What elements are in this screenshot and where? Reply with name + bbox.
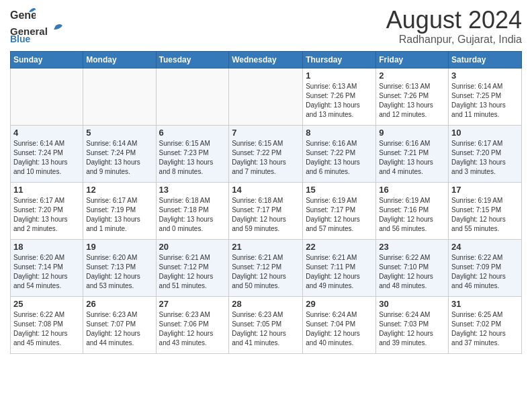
day-cell-3-2: 20Sunrise: 6:21 AM Sunset: 7:12 PM Dayli… <box>156 239 229 296</box>
day-info: Sunrise: 6:23 AM Sunset: 7:07 PM Dayligh… <box>86 310 152 348</box>
day-cell-1-3: 7Sunrise: 6:15 AM Sunset: 7:22 PM Daylig… <box>229 125 303 182</box>
day-info: Sunrise: 6:19 AM Sunset: 7:16 PM Dayligh… <box>379 196 445 234</box>
day-cell-4-4: 29Sunrise: 6:24 AM Sunset: 7:04 PM Dayli… <box>303 296 376 353</box>
day-cell-1-6: 10Sunrise: 6:17 AM Sunset: 7:20 PM Dayli… <box>449 125 522 182</box>
week-row-4: 18Sunrise: 6:20 AM Sunset: 7:14 PM Dayli… <box>11 239 522 296</box>
day-cell-1-0: 4Sunrise: 6:14 AM Sunset: 7:24 PM Daylig… <box>11 125 83 182</box>
day-info: Sunrise: 6:22 AM Sunset: 7:08 PM Dayligh… <box>13 310 80 348</box>
day-number: 22 <box>306 242 373 252</box>
day-cell-2-5: 16Sunrise: 6:19 AM Sunset: 7:16 PM Dayli… <box>376 182 449 239</box>
day-cell-0-4: 1Sunrise: 6:13 AM Sunset: 7:26 PM Daylig… <box>303 68 376 125</box>
day-cell-1-5: 9Sunrise: 6:16 AM Sunset: 7:21 PM Daylig… <box>376 125 449 182</box>
day-number: 10 <box>451 128 519 138</box>
day-cell-0-6: 3Sunrise: 6:14 AM Sunset: 7:25 PM Daylig… <box>449 68 522 125</box>
day-number: 19 <box>86 242 152 252</box>
header: General General Blue August 2024 Radhanp… <box>10 7 522 46</box>
day-info: Sunrise: 6:14 AM Sunset: 7:25 PM Dayligh… <box>451 82 519 120</box>
day-cell-3-4: 22Sunrise: 6:21 AM Sunset: 7:11 PM Dayli… <box>303 239 376 296</box>
day-cell-0-2 <box>156 68 229 125</box>
day-cell-1-2: 6Sunrise: 6:15 AM Sunset: 7:23 PM Daylig… <box>156 125 229 182</box>
day-cell-4-2: 27Sunrise: 6:23 AM Sunset: 7:06 PM Dayli… <box>156 296 229 353</box>
day-info: Sunrise: 6:15 AM Sunset: 7:22 PM Dayligh… <box>232 139 300 177</box>
weekday-header-row: Sunday Monday Tuesday Wednesday Thursday… <box>11 51 522 68</box>
day-info: Sunrise: 6:21 AM Sunset: 7:11 PM Dayligh… <box>306 253 373 291</box>
day-number: 6 <box>159 128 226 138</box>
day-info: Sunrise: 6:25 AM Sunset: 7:02 PM Dayligh… <box>451 310 519 348</box>
day-info: Sunrise: 6:21 AM Sunset: 7:12 PM Dayligh… <box>232 253 300 291</box>
day-cell-4-5: 30Sunrise: 6:24 AM Sunset: 7:03 PM Dayli… <box>376 296 449 353</box>
day-cell-2-6: 17Sunrise: 6:19 AM Sunset: 7:15 PM Dayli… <box>449 182 522 239</box>
day-info: Sunrise: 6:23 AM Sunset: 7:05 PM Dayligh… <box>232 310 300 348</box>
day-cell-4-3: 28Sunrise: 6:23 AM Sunset: 7:05 PM Dayli… <box>229 296 303 353</box>
day-cell-3-1: 19Sunrise: 6:20 AM Sunset: 7:13 PM Dayli… <box>83 239 156 296</box>
day-number: 4 <box>13 128 80 138</box>
day-info: Sunrise: 6:22 AM Sunset: 7:09 PM Dayligh… <box>451 253 519 291</box>
week-row-5: 25Sunrise: 6:22 AM Sunset: 7:08 PM Dayli… <box>11 296 522 353</box>
day-info: Sunrise: 6:24 AM Sunset: 7:03 PM Dayligh… <box>379 310 445 348</box>
header-sunday: Sunday <box>11 51 83 68</box>
day-cell-1-1: 5Sunrise: 6:14 AM Sunset: 7:24 PM Daylig… <box>83 125 156 182</box>
day-number: 14 <box>232 185 300 195</box>
day-cell-4-6: 31Sunrise: 6:25 AM Sunset: 7:02 PM Dayli… <box>449 296 522 353</box>
day-info: Sunrise: 6:23 AM Sunset: 7:06 PM Dayligh… <box>159 310 226 348</box>
day-number: 7 <box>232 128 300 138</box>
day-cell-3-0: 18Sunrise: 6:20 AM Sunset: 7:14 PM Dayli… <box>11 239 83 296</box>
day-number: 11 <box>13 185 80 195</box>
day-info: Sunrise: 6:20 AM Sunset: 7:14 PM Dayligh… <box>13 253 80 291</box>
day-cell-0-1 <box>83 68 156 125</box>
day-cell-0-5: 2Sunrise: 6:13 AM Sunset: 7:26 PM Daylig… <box>376 68 449 125</box>
day-cell-3-3: 21Sunrise: 6:21 AM Sunset: 7:12 PM Dayli… <box>229 239 303 296</box>
day-cell-2-1: 12Sunrise: 6:17 AM Sunset: 7:19 PM Dayli… <box>83 182 156 239</box>
location: Radhanpur, Gujarat, India <box>386 34 522 46</box>
day-number: 20 <box>159 242 226 252</box>
month-title: August 2024 <box>386 7 522 34</box>
day-number: 29 <box>306 299 373 309</box>
day-number: 28 <box>232 299 300 309</box>
day-number: 13 <box>159 185 226 195</box>
day-info: Sunrise: 6:13 AM Sunset: 7:26 PM Dayligh… <box>306 82 373 120</box>
page-container: General General Blue August 2024 Radhanp… <box>0 0 532 357</box>
day-number: 15 <box>306 185 373 195</box>
day-cell-0-0 <box>11 68 83 125</box>
day-number: 21 <box>232 242 300 252</box>
day-number: 9 <box>379 128 445 138</box>
day-info: Sunrise: 6:16 AM Sunset: 7:22 PM Dayligh… <box>306 139 373 177</box>
calendar-table: Sunday Monday Tuesday Wednesday Thursday… <box>10 51 522 354</box>
week-row-1: 1Sunrise: 6:13 AM Sunset: 7:26 PM Daylig… <box>11 68 522 125</box>
title-section: August 2024 Radhanpur, Gujarat, India <box>386 7 522 46</box>
day-info: Sunrise: 6:14 AM Sunset: 7:24 PM Dayligh… <box>86 139 152 177</box>
day-cell-2-2: 13Sunrise: 6:18 AM Sunset: 7:18 PM Dayli… <box>156 182 229 239</box>
day-info: Sunrise: 6:18 AM Sunset: 7:18 PM Dayligh… <box>159 196 226 234</box>
day-info: Sunrise: 6:19 AM Sunset: 7:15 PM Dayligh… <box>451 196 519 234</box>
day-number: 31 <box>451 299 519 309</box>
logo-full: General Blue <box>10 24 64 43</box>
day-cell-0-3 <box>229 68 303 125</box>
day-number: 30 <box>379 299 445 309</box>
header-wednesday: Wednesday <box>229 51 303 68</box>
day-info: Sunrise: 6:17 AM Sunset: 7:19 PM Dayligh… <box>86 196 152 234</box>
day-number: 5 <box>86 128 152 138</box>
header-monday: Monday <box>83 51 156 68</box>
day-cell-3-5: 23Sunrise: 6:22 AM Sunset: 7:10 PM Dayli… <box>376 239 449 296</box>
day-info: Sunrise: 6:18 AM Sunset: 7:17 PM Dayligh… <box>232 196 300 234</box>
day-number: 26 <box>86 299 152 309</box>
day-cell-3-6: 24Sunrise: 6:22 AM Sunset: 7:09 PM Dayli… <box>449 239 522 296</box>
day-info: Sunrise: 6:13 AM Sunset: 7:26 PM Dayligh… <box>379 82 445 120</box>
day-number: 25 <box>13 299 80 309</box>
day-number: 24 <box>451 242 519 252</box>
svg-text:Blue: Blue <box>10 34 31 43</box>
day-info: Sunrise: 6:17 AM Sunset: 7:20 PM Dayligh… <box>13 196 80 234</box>
day-info: Sunrise: 6:21 AM Sunset: 7:12 PM Dayligh… <box>159 253 226 291</box>
day-number: 18 <box>13 242 80 252</box>
day-cell-2-0: 11Sunrise: 6:17 AM Sunset: 7:20 PM Dayli… <box>11 182 83 239</box>
day-number: 2 <box>379 71 445 81</box>
day-info: Sunrise: 6:24 AM Sunset: 7:04 PM Dayligh… <box>306 310 373 348</box>
day-number: 3 <box>451 71 519 81</box>
day-info: Sunrise: 6:20 AM Sunset: 7:13 PM Dayligh… <box>86 253 152 291</box>
day-cell-2-4: 15Sunrise: 6:19 AM Sunset: 7:17 PM Dayli… <box>303 182 376 239</box>
day-number: 23 <box>379 242 445 252</box>
day-number: 16 <box>379 185 445 195</box>
week-row-3: 11Sunrise: 6:17 AM Sunset: 7:20 PM Dayli… <box>11 182 522 239</box>
day-info: Sunrise: 6:15 AM Sunset: 7:23 PM Dayligh… <box>159 139 226 177</box>
day-number: 1 <box>306 71 373 81</box>
